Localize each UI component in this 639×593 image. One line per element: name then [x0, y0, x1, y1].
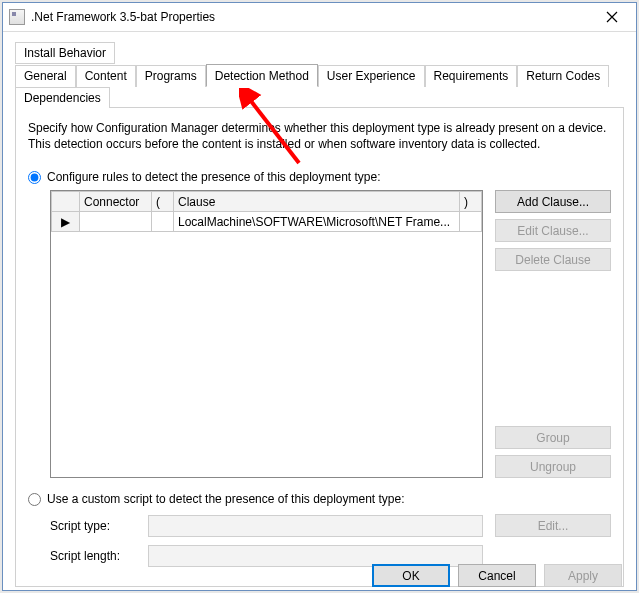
cell-clause[interactable]: LocalMachine\SOFTWARE\Microsoft\NET Fram…	[174, 212, 460, 232]
rules-button-column: Add Clause... Edit Clause... Delete Clau…	[495, 190, 611, 478]
ok-button[interactable]: OK	[372, 564, 450, 587]
col-clause[interactable]: Clause	[174, 192, 460, 212]
script-type-label: Script type:	[50, 519, 136, 533]
button-spacer	[495, 277, 611, 420]
tab-return-codes[interactable]: Return Codes	[517, 65, 609, 87]
properties-dialog: .Net Framework 3.5-bat Properties Instal…	[2, 2, 637, 591]
apply-button[interactable]: Apply	[544, 564, 622, 587]
tab-content[interactable]: Content	[76, 65, 136, 87]
edit-clause-button[interactable]: Edit Clause...	[495, 219, 611, 242]
col-lparen[interactable]: (	[152, 192, 174, 212]
close-button[interactable]	[590, 3, 634, 31]
tab-page-detection-method: Specify how Configuration Manager determ…	[15, 107, 624, 587]
tab-general[interactable]: General	[15, 65, 76, 87]
rules-grid[interactable]: Connector ( Clause ) ▶ LocalMa	[50, 190, 483, 478]
row-marker: ▶	[52, 212, 80, 232]
col-rparen[interactable]: )	[460, 192, 482, 212]
tab-install-behavior[interactable]: Install Behavior	[15, 42, 115, 64]
col-connector[interactable]: Connector	[80, 192, 152, 212]
rules-area: Connector ( Clause ) ▶ LocalMa	[50, 190, 611, 478]
app-icon	[9, 9, 25, 25]
close-icon	[606, 11, 618, 23]
radio-custom-script-label: Use a custom script to detect the presen…	[47, 492, 405, 506]
ungroup-button[interactable]: Ungroup	[495, 455, 611, 478]
tab-row-top: Install Behavior	[15, 42, 624, 64]
script-length-label: Script length:	[50, 549, 136, 563]
radio-configure-rules[interactable]: Configure rules to detect the presence o…	[28, 170, 611, 184]
edit-script-button[interactable]: Edit...	[495, 514, 611, 537]
rules-table: Connector ( Clause ) ▶ LocalMa	[51, 191, 482, 232]
tab-row-bottom: General Content Programs Detection Metho…	[15, 65, 624, 108]
cell-rparen[interactable]	[460, 212, 482, 232]
page-description: Specify how Configuration Manager determ…	[28, 120, 611, 152]
delete-clause-button[interactable]: Delete Clause	[495, 248, 611, 271]
script-type-value	[148, 515, 483, 537]
rules-tbody: ▶ LocalMachine\SOFTWARE\Microsoft\NET Fr…	[52, 212, 482, 232]
tab-programs[interactable]: Programs	[136, 65, 206, 87]
cell-lparen[interactable]	[152, 212, 174, 232]
titlebar: .Net Framework 3.5-bat Properties	[3, 3, 636, 32]
radio-custom-script-input[interactable]	[28, 493, 41, 506]
radio-configure-rules-label: Configure rules to detect the presence o…	[47, 170, 381, 184]
group-button[interactable]: Group	[495, 426, 611, 449]
table-row[interactable]: ▶ LocalMachine\SOFTWARE\Microsoft\NET Fr…	[52, 212, 482, 232]
add-clause-button[interactable]: Add Clause...	[495, 190, 611, 213]
col-rowheader[interactable]	[52, 192, 80, 212]
tab-detection-method[interactable]: Detection Method	[206, 64, 318, 87]
tab-dependencies[interactable]: Dependencies	[15, 87, 110, 108]
radio-custom-script[interactable]: Use a custom script to detect the presen…	[28, 492, 611, 506]
cancel-button[interactable]: Cancel	[458, 564, 536, 587]
tab-requirements[interactable]: Requirements	[425, 65, 518, 87]
tab-user-experience[interactable]: User Experience	[318, 65, 425, 87]
script-fields: Script type: Edit... Script length:	[50, 514, 611, 567]
window-title: .Net Framework 3.5-bat Properties	[31, 10, 590, 24]
cell-connector[interactable]	[80, 212, 152, 232]
dialog-button-row: OK Cancel Apply	[372, 564, 622, 587]
radio-configure-rules-input[interactable]	[28, 171, 41, 184]
client-area: Install Behavior General Content Program…	[3, 32, 636, 593]
